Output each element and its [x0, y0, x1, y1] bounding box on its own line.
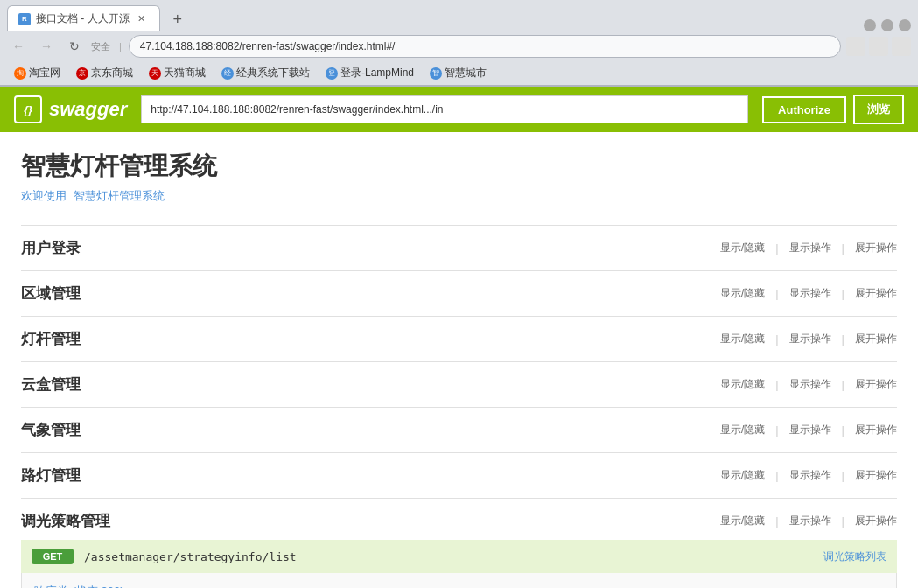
back-button[interactable]: ← — [7, 35, 30, 58]
section-actions-dimming: 显示/隐藏 | 显示操作 | 展开操作 — [720, 514, 897, 528]
system-title: 智慧灯杆管理系统 — [21, 150, 897, 183]
show-ops-link-dimming[interactable]: 显示操作 — [789, 514, 831, 528]
bookmark-label: 经典系统下载站 — [236, 66, 310, 80]
method-badge-get: GET — [32, 549, 74, 564]
expand-ops-link-region[interactable]: 展开操作 — [855, 286, 897, 301]
bookmark-icon: 登 — [326, 67, 338, 80]
dimming-section-header: 调光策略管理 显示/隐藏 | 显示操作 | 展开操作 — [21, 511, 897, 540]
show-ops-link-cloud[interactable]: 显示操作 — [789, 377, 831, 392]
tab-title: 接口文档 - 人人开源 — [36, 11, 130, 26]
api-sections-list: 用户登录 显示/隐藏 | 显示操作 | 展开操作 区域管理 显示/隐藏 | 显示… — [21, 225, 897, 588]
section-name-cloud: 云盒管理 — [21, 374, 720, 395]
window-close[interactable] — [899, 19, 911, 32]
main-content: 智慧灯杆管理系统 欢迎使用 智慧灯杆管理系统 用户登录 显示/隐藏 | 显示操作… — [0, 132, 918, 588]
endpoint-path: /assetmanager/strategyinfo/list — [84, 550, 823, 564]
authorize-button[interactable]: Authorize — [762, 96, 846, 123]
ext-icon-1[interactable] — [846, 37, 865, 56]
response-section: 响应类 (状态 200) 返回调光策略列表 — [21, 573, 897, 588]
show-hide-link-weather[interactable]: 显示/隐藏 — [720, 423, 765, 438]
window-minimize[interactable] — [864, 19, 876, 32]
swagger-logo-text: swagger — [49, 98, 127, 121]
section-actions-login: 显示/隐藏 | 显示操作 | 展开操作 — [720, 241, 897, 256]
show-hide-link-cloud[interactable]: 显示/隐藏 — [720, 377, 765, 392]
show-ops-link-streetlamp[interactable]: 显示操作 — [789, 468, 831, 483]
bookmark-taobao[interactable]: 淘 淘宝网 — [7, 64, 67, 82]
section-name-login: 用户登录 — [21, 238, 720, 258]
show-hide-link-pole[interactable]: 显示/隐藏 — [720, 332, 765, 346]
bookmark-label: 京东商城 — [91, 66, 133, 80]
api-section-streetlamp: 路灯管理 显示/隐藏 | 显示操作 | 展开操作 — [21, 452, 897, 498]
bookmark-classic[interactable]: 经 经典系统下载站 — [214, 64, 317, 82]
show-ops-link-region[interactable]: 显示操作 — [789, 286, 831, 301]
swagger-url-input[interactable] — [141, 95, 748, 123]
expand-ops-link-cloud[interactable]: 展开操作 — [855, 377, 897, 392]
bookmark-tmall[interactable]: 天 天猫商城 — [142, 64, 213, 82]
section-name-region: 区域管理 — [21, 284, 720, 304]
address-bar-row: ← → ↻ 安全 | — [0, 32, 918, 61]
api-section-dimming: 调光策略管理 显示/隐藏 | 显示操作 | 展开操作 GET /assetman… — [21, 498, 897, 588]
bookmark-label: 淘宝网 — [29, 66, 60, 80]
ext-icon-2[interactable] — [869, 37, 888, 56]
swagger-logo: {} swagger — [14, 95, 127, 123]
tab-close-button[interactable]: ✕ — [135, 12, 149, 26]
show-ops-link-pole[interactable]: 显示操作 — [789, 332, 831, 346]
section-name-streetlamp: 路灯管理 — [21, 466, 720, 486]
bookmark-label: 智慧城市 — [445, 66, 487, 80]
ext-icon-3[interactable] — [892, 37, 911, 56]
expand-ops-link-pole[interactable]: 展开操作 — [855, 332, 897, 346]
show-hide-link-streetlamp[interactable]: 显示/隐藏 — [720, 468, 765, 483]
api-section-pole: 灯杆管理 显示/隐藏 | 显示操作 | 展开操作 — [21, 316, 897, 361]
bookmark-icon: 经 — [221, 67, 234, 80]
api-section-login: 用户登录 显示/隐藏 | 显示操作 | 展开操作 — [21, 225, 897, 270]
expand-ops-link-streetlamp[interactable]: 展开操作 — [855, 468, 897, 483]
address-bar[interactable] — [129, 35, 841, 58]
show-hide-link-region[interactable]: 显示/隐藏 — [720, 286, 765, 301]
expand-ops-link-weather[interactable]: 展开操作 — [855, 423, 897, 438]
expand-ops-link-dimming[interactable]: 展开操作 — [855, 514, 897, 528]
forward-button[interactable]: → — [35, 35, 58, 58]
browser-chrome: R 接口文档 - 人人开源 ✕ + ← → ↻ 安全 | 淘 淘宝网 — [0, 0, 918, 87]
bookmark-icon: 智 — [430, 67, 442, 80]
extension-icons — [846, 37, 911, 56]
tab-bar: R 接口文档 - 人人开源 ✕ + — [0, 0, 918, 32]
expand-ops-link-login[interactable]: 展开操作 — [855, 241, 897, 256]
show-ops-link-login[interactable]: 显示操作 — [789, 241, 831, 256]
active-tab[interactable]: R 接口文档 - 人人开源 ✕ — [7, 5, 160, 32]
system-subtitle: 欢迎使用 智慧灯杆管理系统 — [21, 188, 897, 204]
bookmark-city[interactable]: 智 智慧城市 — [423, 64, 494, 82]
bookmark-icon: 淘 — [14, 67, 26, 80]
show-hide-link-login[interactable]: 显示/隐藏 — [720, 241, 765, 256]
api-section-region: 区域管理 显示/隐藏 | 显示操作 | 展开操作 — [21, 270, 897, 316]
bookmark-icon: 京 — [76, 67, 88, 80]
show-ops-link-weather[interactable]: 显示操作 — [789, 423, 831, 438]
swagger-header: {} swagger Authorize 浏览 — [0, 87, 918, 132]
endpoint-description[interactable]: 调光策略列表 — [823, 550, 886, 564]
endpoint-get-row[interactable]: GET /assetmanager/strategyinfo/list 调光策略… — [21, 540, 897, 573]
section-name-dimming: 调光策略管理 — [21, 511, 720, 531]
new-tab-button[interactable]: + — [165, 7, 190, 32]
api-section-weather: 气象管理 显示/隐藏 | 显示操作 | 展开操作 — [21, 407, 897, 452]
section-actions-weather: 显示/隐藏 | 显示操作 | 展开操作 — [720, 423, 897, 438]
bookmark-jd[interactable]: 京 京东商城 — [69, 64, 140, 82]
tab-favicon: R — [18, 13, 31, 25]
section-actions-cloud: 显示/隐藏 | 显示操作 | 展开操作 — [720, 377, 897, 392]
show-hide-link-dimming[interactable]: 显示/隐藏 — [720, 514, 765, 528]
response-title[interactable]: 响应类 (状态 200) — [34, 584, 884, 588]
separator: | — [119, 41, 123, 52]
subtitle-name: 智慧灯杆管理系统 — [74, 189, 165, 202]
bookmark-label: 天猫商城 — [164, 66, 206, 80]
section-actions-region: 显示/隐藏 | 显示操作 | 展开操作 — [720, 286, 897, 301]
section-name-pole: 灯杆管理 — [21, 329, 720, 349]
bookmark-label: 登录-LampMind — [340, 66, 414, 80]
subtitle-prefix: 欢迎使用 — [21, 189, 67, 202]
security-indicator: 安全 — [91, 40, 114, 53]
browse-button[interactable]: 浏览 — [853, 94, 904, 124]
section-actions-pole: 显示/隐藏 | 显示操作 | 展开操作 — [720, 332, 897, 346]
bookmark-icon: 天 — [149, 67, 161, 80]
window-maximize[interactable] — [881, 19, 893, 32]
bookmark-lamp[interactable]: 登 登录-LampMind — [319, 64, 421, 82]
api-section-cloud: 云盒管理 显示/隐藏 | 显示操作 | 展开操作 — [21, 361, 897, 407]
section-actions-streetlamp: 显示/隐藏 | 显示操作 | 展开操作 — [720, 468, 897, 483]
section-name-weather: 气象管理 — [21, 420, 720, 440]
reload-button[interactable]: ↻ — [63, 35, 86, 58]
